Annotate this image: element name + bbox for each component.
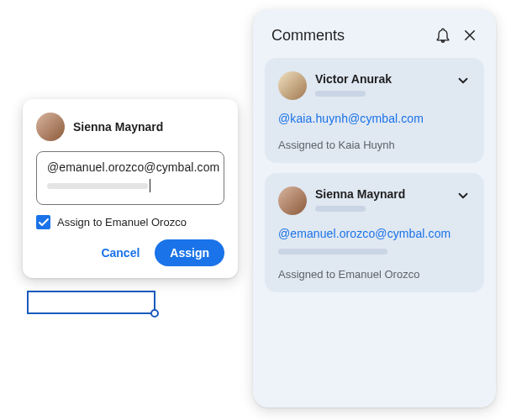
selection-top-line [27, 291, 154, 292]
comments-panel-header: Comments [265, 23, 484, 58]
mention-link[interactable]: @kaia.huynh@cymbal.com [278, 112, 471, 125]
assign-comment-popover: Sienna Maynard @emanuel.orozco@cymbal.co… [23, 99, 238, 278]
avatar [278, 71, 307, 100]
mention-link[interactable]: @emanuel.orozco@cymbal.com [278, 227, 471, 240]
text-caret [150, 179, 150, 192]
assign-checkbox[interactable] [36, 215, 50, 229]
author-name: Sienna Maynard [73, 120, 163, 134]
avatar [36, 113, 65, 141]
comment-author: Victor Anurak [315, 72, 447, 86]
assigned-to-label: Assigned to Kaia Huynh [278, 139, 471, 151]
chevron-down-icon[interactable] [456, 71, 471, 92]
selection-left-line [27, 291, 29, 312]
assigned-to-label: Assigned to Emanuel Orozco [278, 268, 471, 281]
assign-checkbox-label: Assign to Emanuel Orozco [57, 216, 187, 228]
placeholder-bar [47, 183, 148, 189]
comment-card[interactable]: Sienna Maynard @emanuel.orozco@cymbal.co… [265, 173, 484, 292]
chevron-down-icon[interactable] [456, 186, 471, 207]
typing-line [47, 179, 213, 192]
timestamp-placeholder [315, 206, 366, 212]
comment-input[interactable]: @emanuel.orozco@cymbal.com [36, 151, 224, 205]
close-icon[interactable] [461, 26, 479, 45]
comment-header: Sienna Maynard [278, 186, 471, 215]
comment-body-placeholder [278, 249, 387, 255]
cancel-button[interactable]: Cancel [91, 239, 150, 266]
avatar [278, 186, 307, 215]
comments-panel: Comments Victor Anurak @kaia.huynh@cymba… [253, 9, 496, 407]
notifications-icon[interactable] [434, 26, 452, 45]
selection-handle-dot [150, 309, 159, 318]
button-row: Cancel Assign [36, 239, 224, 266]
author-row: Sienna Maynard [36, 113, 224, 141]
comment-card[interactable]: Victor Anurak @kaia.huynh@cymbal.com Ass… [265, 58, 484, 163]
check-icon [39, 218, 49, 227]
selection-bottom-line [27, 312, 155, 314]
timestamp-placeholder [315, 91, 366, 97]
comment-header: Victor Anurak [278, 71, 471, 100]
mention-text: @emanuel.orozco@cymbal.com [47, 160, 213, 174]
assign-button[interactable]: Assign [155, 239, 224, 266]
comment-author: Sienna Maynard [315, 187, 447, 201]
comments-panel-title: Comments [271, 27, 425, 45]
assign-checkbox-row[interactable]: Assign to Emanuel Orozco [36, 215, 224, 229]
